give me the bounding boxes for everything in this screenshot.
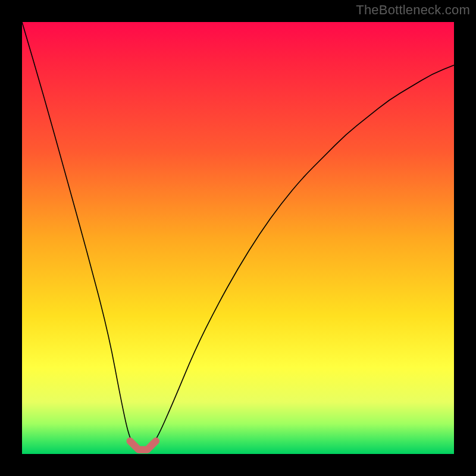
curve-svg — [22, 22, 454, 454]
plot-area — [22, 22, 454, 454]
watermark-text: TheBottleneck.com — [356, 2, 470, 18]
bottleneck-curve-highlight — [130, 441, 156, 450]
chart-frame: TheBottleneck.com — [0, 0, 476, 476]
bottleneck-curve — [22, 22, 454, 450]
